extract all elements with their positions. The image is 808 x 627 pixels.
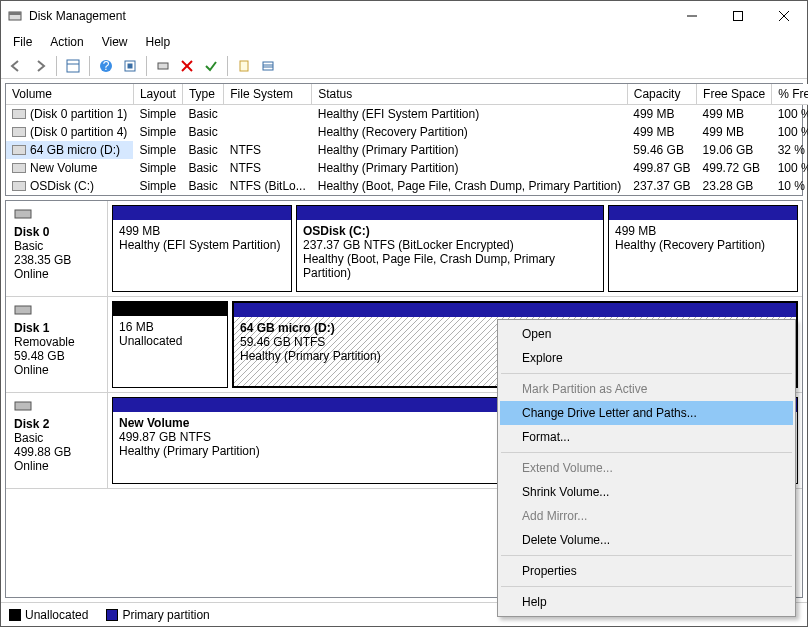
col-layout[interactable]: Layout bbox=[133, 84, 182, 105]
apply-icon[interactable] bbox=[200, 55, 222, 77]
ctx-add-mirror: Add Mirror... bbox=[500, 504, 793, 528]
menu-file[interactable]: File bbox=[5, 33, 40, 51]
drive-icon bbox=[12, 163, 26, 173]
drive-icon bbox=[12, 181, 26, 191]
disk-row-0: Disk 0 Basic 238.35 GB Online 499 MB Hea… bbox=[6, 201, 802, 297]
drive-icon bbox=[12, 145, 26, 155]
titlebar: Disk Management bbox=[1, 1, 807, 31]
menu-action[interactable]: Action bbox=[42, 33, 91, 51]
menu-help[interactable]: Help bbox=[138, 33, 179, 51]
context-menu: Open Explore Mark Partition as Active Ch… bbox=[497, 319, 796, 617]
volume-row[interactable]: OSDisk (C:)SimpleBasicNTFS (BitLo...Heal… bbox=[6, 177, 808, 195]
help-button[interactable]: ? bbox=[95, 55, 117, 77]
col-capacity[interactable]: Capacity bbox=[627, 84, 696, 105]
minimize-button[interactable] bbox=[669, 1, 715, 31]
maximize-button[interactable] bbox=[715, 1, 761, 31]
partition-recovery[interactable]: 499 MB Healthy (Recovery Partition) bbox=[608, 205, 798, 292]
svg-rect-3 bbox=[734, 12, 743, 21]
volume-row[interactable]: (Disk 0 partition 1)SimpleBasicHealthy (… bbox=[6, 105, 808, 124]
col-fs[interactable]: File System bbox=[224, 84, 312, 105]
ctx-explore[interactable]: Explore bbox=[500, 346, 793, 370]
ctx-mark-active: Mark Partition as Active bbox=[500, 377, 793, 401]
svg-rect-16 bbox=[263, 62, 273, 70]
volume-row[interactable]: 64 GB micro (D:)SimpleBasicNTFSHealthy (… bbox=[6, 141, 808, 159]
ctx-delete[interactable]: Delete Volume... bbox=[500, 528, 793, 552]
window-title: Disk Management bbox=[29, 9, 669, 23]
column-headers[interactable]: Volume Layout Type File System Status Ca… bbox=[6, 84, 808, 105]
settings-button[interactable] bbox=[119, 55, 141, 77]
hdd-icon bbox=[14, 207, 32, 221]
svg-rect-11 bbox=[128, 63, 133, 68]
volume-row[interactable]: (Disk 0 partition 4)SimpleBasicHealthy (… bbox=[6, 123, 808, 141]
back-button[interactable] bbox=[5, 55, 27, 77]
svg-rect-12 bbox=[158, 63, 168, 69]
svg-rect-21 bbox=[15, 402, 31, 410]
col-free[interactable]: Free Space bbox=[697, 84, 772, 105]
ctx-properties[interactable]: Properties bbox=[500, 559, 793, 583]
menu-view[interactable]: View bbox=[94, 33, 136, 51]
svg-rect-1 bbox=[9, 12, 21, 15]
legend-primary: Primary partition bbox=[106, 608, 209, 622]
partition-unallocated[interactable]: 16 MB Unallocated bbox=[112, 301, 228, 388]
toolbar: ? bbox=[1, 53, 807, 79]
disk-state: Online bbox=[14, 267, 49, 281]
svg-rect-19 bbox=[15, 210, 31, 218]
svg-rect-20 bbox=[15, 306, 31, 314]
menubar: File Action View Help bbox=[1, 31, 807, 53]
svg-rect-6 bbox=[67, 60, 79, 72]
app-window: Disk Management File Action View Help ? … bbox=[0, 0, 808, 627]
removable-icon bbox=[14, 303, 32, 317]
ctx-shrink[interactable]: Shrink Volume... bbox=[500, 480, 793, 504]
view-button[interactable] bbox=[62, 55, 84, 77]
disk-type: Basic bbox=[14, 239, 43, 253]
ctx-change-drive-letter[interactable]: Change Drive Letter and Paths... bbox=[500, 401, 793, 425]
volume-row[interactable]: New VolumeSimpleBasicNTFSHealthy (Primar… bbox=[6, 159, 808, 177]
col-volume[interactable]: Volume bbox=[6, 84, 133, 105]
drive-icon bbox=[12, 127, 26, 137]
disk-size: 238.35 GB bbox=[14, 253, 71, 267]
ctx-extend: Extend Volume... bbox=[500, 456, 793, 480]
svg-text:?: ? bbox=[103, 59, 110, 73]
volume-list: Volume Layout Type File System Status Ca… bbox=[5, 83, 803, 196]
legend-unallocated: Unallocated bbox=[9, 608, 88, 622]
col-type[interactable]: Type bbox=[182, 84, 223, 105]
disk-info[interactable]: Disk 0 Basic 238.35 GB Online bbox=[6, 201, 108, 296]
hdd-icon bbox=[14, 399, 32, 413]
drive-icon bbox=[12, 109, 26, 119]
col-pctfree[interactable]: % Free bbox=[772, 84, 808, 105]
disk-name: Disk 1 bbox=[14, 321, 49, 335]
refresh-button[interactable] bbox=[152, 55, 174, 77]
partition-osdisk[interactable]: OSDisk (C:) 237.37 GB NTFS (BitLocker En… bbox=[296, 205, 604, 292]
partition-efi[interactable]: 499 MB Healthy (EFI System Partition) bbox=[112, 205, 292, 292]
new-icon[interactable] bbox=[233, 55, 255, 77]
list-icon[interactable] bbox=[257, 55, 279, 77]
disk-name: Disk 2 bbox=[14, 417, 49, 431]
delete-icon[interactable] bbox=[176, 55, 198, 77]
close-button[interactable] bbox=[761, 1, 807, 31]
col-status[interactable]: Status bbox=[312, 84, 627, 105]
forward-button[interactable] bbox=[29, 55, 51, 77]
disk-info[interactable]: Disk 2 Basic 499.88 GB Online bbox=[6, 393, 108, 488]
ctx-open[interactable]: Open bbox=[500, 322, 793, 346]
disk-name: Disk 0 bbox=[14, 225, 49, 239]
ctx-format[interactable]: Format... bbox=[500, 425, 793, 449]
ctx-help[interactable]: Help bbox=[500, 590, 793, 614]
disk-info[interactable]: Disk 1 Removable 59.48 GB Online bbox=[6, 297, 108, 392]
app-icon bbox=[7, 8, 23, 24]
svg-rect-15 bbox=[240, 61, 248, 71]
